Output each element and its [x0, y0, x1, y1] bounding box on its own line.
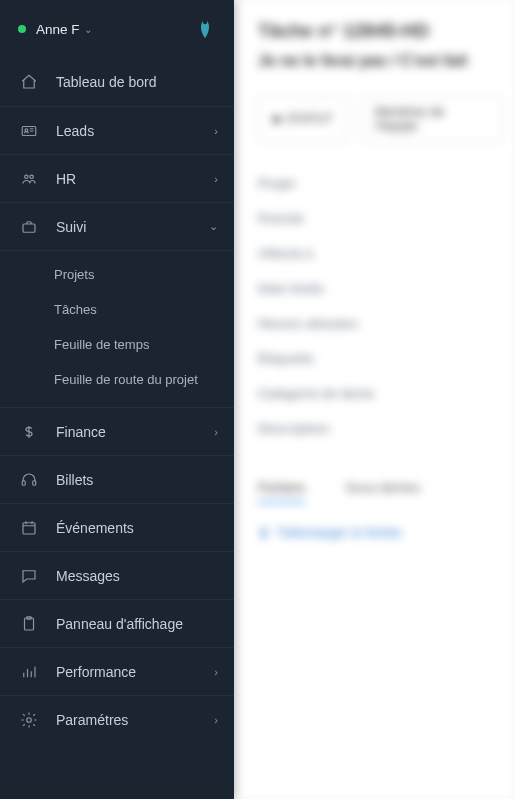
chevron-down-icon: ⌄	[209, 220, 218, 233]
bar-chart-icon	[20, 663, 38, 681]
sidebar-item-label: Événements	[56, 520, 218, 536]
sidebar-item-dashboard[interactable]: Tableau de bord	[0, 58, 234, 106]
calendar-icon	[20, 519, 38, 537]
headphones-icon	[20, 471, 38, 489]
chat-icon	[20, 567, 38, 585]
page-title: Tâche n° 12845-HD	[258, 20, 503, 42]
sidebar-subitem-timesheet[interactable]: Feuille de temps	[0, 327, 234, 362]
chevron-down-icon: ⌄	[84, 24, 92, 35]
svg-point-4	[30, 175, 33, 178]
svg-point-3	[25, 175, 28, 178]
svg-rect-8	[23, 522, 35, 533]
field-label: Heures allouées	[258, 316, 503, 331]
dollar-icon	[20, 423, 38, 441]
team-button[interactable]: Membres de l'équipe	[360, 96, 503, 142]
svg-rect-7	[33, 480, 36, 485]
users-icon	[20, 170, 38, 188]
status-indicator	[18, 25, 26, 33]
app-logo	[192, 16, 218, 42]
svg-rect-6	[22, 480, 25, 485]
sidebar-item-label: Suivi	[56, 219, 191, 235]
field-label: Date limite	[258, 281, 503, 296]
home-icon	[20, 73, 38, 91]
chevron-right-icon: ›	[214, 714, 218, 726]
chevron-right-icon: ›	[214, 173, 218, 185]
sidebar-item-label: Panneau d'affichage	[56, 616, 218, 632]
tab-files[interactable]: Fichiers	[258, 480, 305, 503]
sidebar-item-label: Billets	[56, 472, 218, 488]
sidebar-item-tickets[interactable]: Billets	[0, 455, 234, 503]
tab-subtasks[interactable]: Sous-tâches	[345, 480, 420, 503]
chevron-right-icon: ›	[214, 426, 218, 438]
svg-point-11	[27, 717, 32, 722]
gear-icon	[20, 711, 38, 729]
sidebar-item-settings[interactable]: Paramétres ›	[0, 695, 234, 743]
svg-point-0	[203, 20, 207, 24]
sidebar-item-messages[interactable]: Messages	[0, 551, 234, 599]
main-content-blurred: Tâche n° 12845-HD Je ne le ferai pas / C…	[234, 0, 515, 799]
sidebar-item-hr[interactable]: HR ›	[0, 154, 234, 202]
id-card-icon	[20, 122, 38, 140]
field-label: Description	[258, 421, 503, 436]
svg-rect-9	[25, 618, 34, 630]
sidebar-item-events[interactable]: Événements	[0, 503, 234, 551]
sidebar-subitem-tasks[interactable]: Tâches	[0, 292, 234, 327]
field-label: Catégorie de tâche	[258, 386, 503, 401]
clipboard-icon	[20, 615, 38, 633]
sidebar-item-label: Tableau de bord	[56, 74, 218, 90]
svg-rect-1	[22, 126, 36, 135]
briefcase-icon	[20, 218, 38, 236]
sidebar-item-label: Leads	[56, 123, 196, 139]
sidebar-subitem-projects[interactable]: Projets	[0, 257, 234, 292]
field-label: Affecté à	[258, 246, 503, 261]
svg-rect-5	[23, 224, 35, 232]
sidebar-item-finance[interactable]: Finance ›	[0, 407, 234, 455]
sidebar-item-tracking[interactable]: Suivi ⌄	[0, 202, 234, 250]
sidebar-item-performance[interactable]: Performance ›	[0, 647, 234, 695]
sidebar-item-label: Performance	[56, 664, 196, 680]
sidebar-item-label: Messages	[56, 568, 218, 584]
sidebar-item-label: Finance	[56, 424, 196, 440]
sidebar-subitem-roadmap[interactable]: Feuille de route du projet	[0, 362, 234, 397]
chevron-right-icon: ›	[214, 666, 218, 678]
field-label: Projet	[258, 176, 503, 191]
sidebar-item-label: Paramétres	[56, 712, 196, 728]
download-link[interactable]: ⬇ Télécharger le fichier	[258, 525, 503, 541]
sidebar-item-label: HR	[56, 171, 196, 187]
user-menu[interactable]: Anne F ⌄	[18, 22, 92, 37]
sidebar-item-notice[interactable]: Panneau d'affichage	[0, 599, 234, 647]
sidebar-item-leads[interactable]: Leads ›	[0, 106, 234, 154]
field-label: Étiquette	[258, 351, 503, 366]
page-subtitle: Je ne le ferai pas / C'est fait	[258, 52, 503, 70]
field-label: Priorité	[258, 211, 503, 226]
status-button[interactable]: STATUT	[258, 96, 348, 142]
sidebar-submenu-tracking: Projets Tâches Feuille de temps Feuille …	[0, 250, 234, 407]
chevron-right-icon: ›	[214, 125, 218, 137]
user-name-label: Anne F	[36, 22, 80, 37]
